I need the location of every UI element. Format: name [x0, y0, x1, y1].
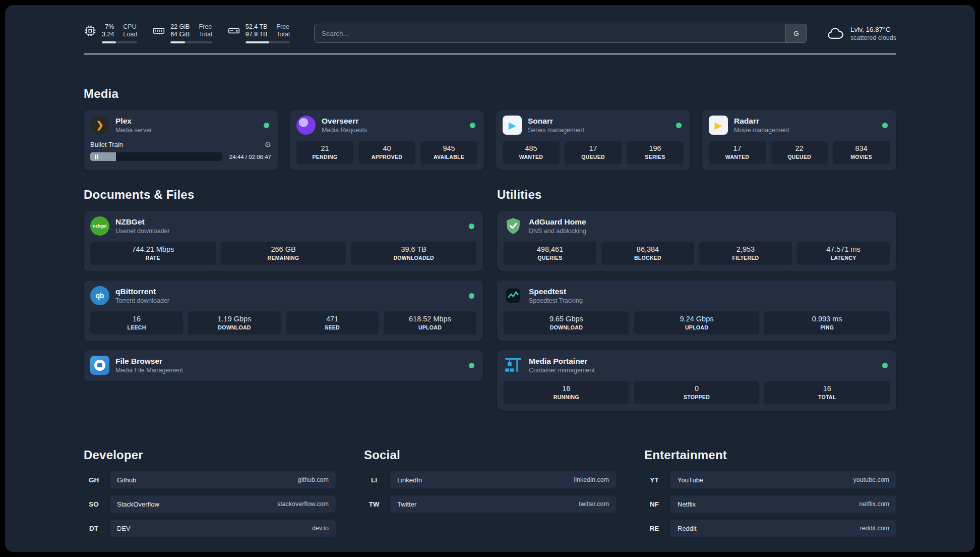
- plex-now-playing: Bullet Train ⚙ 24:44 / 02:06:47: [90, 141, 271, 161]
- bookmark-link-linkedin[interactable]: LinkedIn linkedin.com: [390, 471, 616, 488]
- filebrowser-card: File Browser Media File Management: [84, 350, 483, 381]
- disk-total-value: 97.9 TB: [246, 31, 268, 38]
- qbittorrent-desc: Torrent downloader: [115, 297, 469, 304]
- speedtest-service-link[interactable]: Speedtest Speedtest Tracking: [504, 286, 890, 305]
- stat-value: 17: [712, 144, 763, 152]
- stat-box: 2,953FILTERED: [699, 242, 792, 265]
- stat-value: 16: [507, 384, 626, 393]
- bookmark-link-reddit[interactable]: Reddit reddit.com: [670, 520, 896, 537]
- stat-box: 0.993 msPING: [764, 311, 890, 335]
- radarr-desc: Movie management: [734, 127, 882, 134]
- bookmark-row: LI LinkedIn linkedin.com: [364, 471, 616, 488]
- stat-box: 16RUNNING: [504, 381, 629, 404]
- overseerr-meta: Overseerr Media Requests: [322, 117, 470, 134]
- overseerr-service-link[interactable]: Overseerr Media Requests: [296, 116, 477, 135]
- bookmark-link-dev[interactable]: DEV dev.to: [110, 520, 336, 537]
- bookmark-url: twitter.com: [579, 500, 609, 508]
- bookmark-row: GH Github github.com: [84, 471, 336, 488]
- radarr-service-link[interactable]: ▶ Radarr Movie management: [709, 116, 890, 135]
- middle-columns: Documents & Files nzbget NZBGet Usenet d…: [84, 188, 896, 411]
- filebrowser-service-link[interactable]: File Browser Media File Management: [90, 356, 476, 375]
- nzbget-stats: 744.21 MbpsRATE 266 GBREMAINING 39.6 TBD…: [90, 242, 476, 265]
- stat-label: SERIES: [630, 154, 681, 160]
- disk-total-label: Total: [276, 31, 289, 38]
- overseerr-desc: Media Requests: [322, 127, 470, 134]
- stat-box: 945AVAILABLE: [420, 141, 477, 164]
- stat-box: 471SEED: [286, 311, 379, 335]
- section-title-social: Social: [364, 448, 616, 462]
- stat-label: LATENCY: [800, 255, 887, 261]
- stat-label: APPROVED: [361, 154, 412, 160]
- stat-value: 618.52 Mbps: [387, 315, 473, 323]
- bookmark-link-github[interactable]: Github github.com: [110, 471, 336, 488]
- sonarr-name: Sonarr: [528, 117, 676, 126]
- stat-label: QUEUED: [774, 154, 825, 160]
- bookmark-abbr: NF: [644, 500, 664, 508]
- bookmark-name: LinkedIn: [397, 476, 422, 484]
- adguard-service-link[interactable]: AdGuard Home DNS and adblocking: [504, 216, 890, 236]
- sonarr-service-link[interactable]: ▶ Sonarr Series management: [503, 116, 684, 135]
- portainer-service-link[interactable]: Media Portainer Container management: [504, 356, 890, 375]
- pause-icon[interactable]: [95, 154, 98, 159]
- stat-label: RATE: [93, 255, 213, 261]
- bookmark-row: RE Reddit reddit.com: [644, 520, 896, 537]
- stat-value: 16: [767, 384, 887, 393]
- stat-value: 17: [568, 144, 619, 152]
- radarr-card: ▶ Radarr Movie management 17WANTED 22QUE…: [702, 110, 896, 171]
- radarr-icon: ▶: [709, 116, 728, 135]
- now-playing-title: Bullet Train: [90, 141, 123, 148]
- qbittorrent-meta: qBittorrent Torrent downloader: [115, 287, 469, 304]
- stat-label: DOWNLOADED: [354, 255, 473, 261]
- bookmark-group-social: Social LI LinkedIn linkedin.com TW Twitt…: [364, 448, 616, 537]
- homepage-dashboard: 7% CPU 3.24 Load 22 GiB Free 64 GiB Tota…: [5, 5, 975, 552]
- sonarr-icon: ▶: [503, 116, 522, 135]
- overseerr-card: Overseerr Media Requests 21PENDING 40APP…: [290, 110, 484, 171]
- nzbget-service-link[interactable]: nzbget NZBGet Usenet downloader: [90, 216, 476, 236]
- search-bar: G: [314, 24, 807, 43]
- cpu-icon: [84, 24, 97, 37]
- speedtest-card: Speedtest Speedtest Tracking 9.65 GbpsDO…: [497, 281, 896, 341]
- stat-box: 16TOTAL: [764, 381, 890, 404]
- bookmark-link-twitter[interactable]: Twitter twitter.com: [390, 495, 616, 513]
- status-dot: [469, 363, 474, 368]
- section-media: Media ❯ Plex Media server Bullet Train ⚙: [84, 87, 896, 171]
- playback-progress-bar: [90, 152, 222, 161]
- memory-widget: 22 GiB Free 64 GiB Total: [152, 23, 212, 43]
- stat-value: 0.993 ms: [767, 315, 887, 323]
- weather-text: Lviv, 16.87°C scattered clouds: [850, 26, 896, 41]
- stat-value: 0: [637, 384, 757, 393]
- plex-card: ❯ Plex Media server Bullet Train ⚙: [84, 110, 278, 171]
- stat-value: 471: [289, 315, 376, 323]
- stat-box: 21PENDING: [296, 141, 353, 164]
- stat-value: 945: [423, 144, 474, 152]
- stat-label: RUNNING: [507, 394, 626, 400]
- bookmark-url: netflix.com: [859, 500, 889, 508]
- section-documents: Documents & Files nzbget NZBGet Usenet d…: [84, 188, 483, 381]
- search-provider-button[interactable]: G: [785, 24, 807, 42]
- bookmark-link-netflix[interactable]: Netflix netflix.com: [670, 495, 896, 513]
- stat-box: 17QUEUED: [565, 141, 622, 164]
- status-dot: [882, 363, 888, 368]
- status-dot: [676, 123, 682, 128]
- memory-total-value: 64 GiB: [170, 31, 190, 38]
- nzbget-name: NZBGet: [115, 217, 469, 227]
- stat-value: 834: [836, 144, 887, 152]
- stat-value: 196: [630, 144, 681, 152]
- stat-box: 17WANTED: [709, 141, 766, 164]
- adguard-meta: AdGuard Home DNS and adblocking: [529, 217, 890, 235]
- overseerr-stats: 21PENDING 40APPROVED 945AVAILABLE: [296, 141, 477, 164]
- search-input[interactable]: [314, 24, 807, 43]
- bookmark-abbr: SO: [84, 500, 104, 508]
- bookmark-abbr: LI: [364, 476, 384, 484]
- cpu-label: CPU: [123, 23, 137, 30]
- plex-service-link[interactable]: ❯ Plex Media server: [90, 116, 271, 135]
- bookmark-link-youtube[interactable]: YouTube youtube.com: [670, 471, 896, 488]
- stat-value: 47.571 ms: [800, 245, 887, 253]
- settings-icon[interactable]: ⚙: [265, 141, 271, 148]
- status-dot: [882, 123, 888, 128]
- overseerr-icon: [296, 116, 316, 135]
- qbittorrent-service-link[interactable]: qb qBittorrent Torrent downloader: [90, 286, 476, 305]
- radarr-stats: 17WANTED 22QUEUED 834MOVIES: [709, 141, 890, 164]
- stat-label: WANTED: [712, 154, 763, 160]
- bookmark-link-stackoverflow[interactable]: StackOverflow stackoverflow.com: [110, 495, 336, 513]
